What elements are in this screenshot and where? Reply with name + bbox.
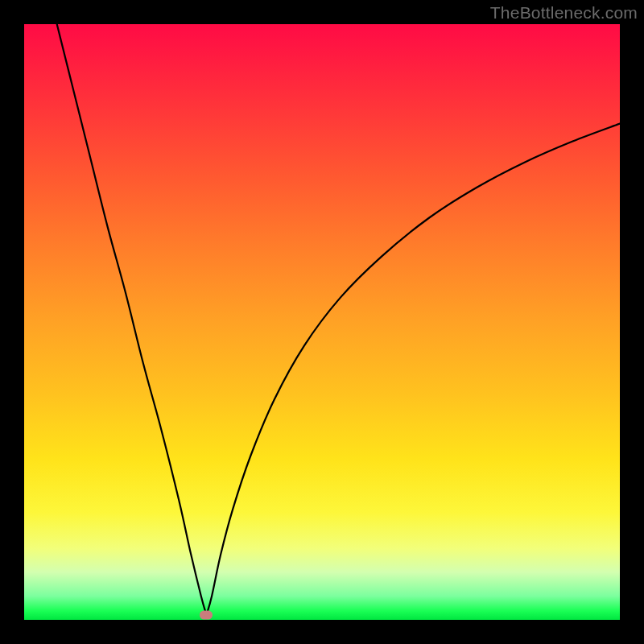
plot-area (24, 24, 620, 620)
bottleneck-curve (24, 24, 620, 620)
attribution-text: TheBottleneck.com (490, 3, 638, 23)
curve-left-segment (57, 24, 207, 615)
curve-right-segment (206, 124, 620, 616)
chart-frame: TheBottleneck.com (0, 0, 644, 644)
optimal-marker (200, 611, 213, 620)
